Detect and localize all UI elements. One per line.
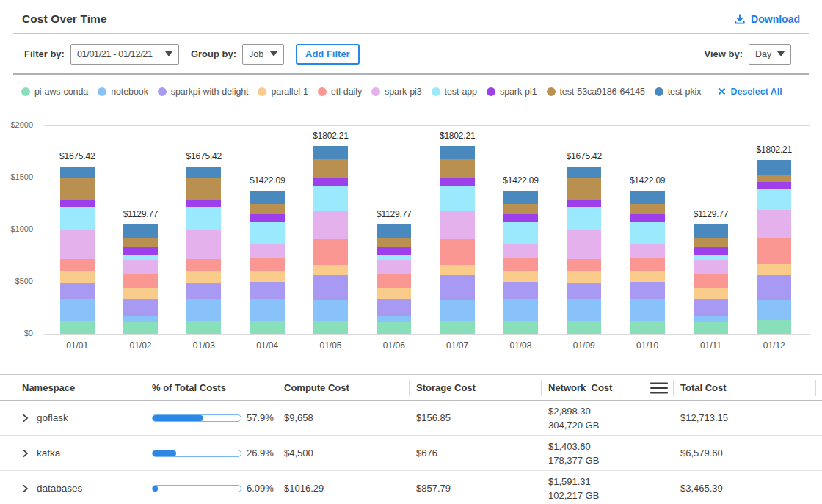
stacked-bar[interactable] (377, 224, 411, 334)
bar-segment-pi-aws-conda[interactable] (503, 321, 538, 334)
bar-segment-spark-pi1[interactable] (630, 214, 665, 222)
bar-segment-test-pkix[interactable] (377, 224, 411, 238)
bar-segment-test-pkix[interactable] (503, 191, 538, 204)
column-header[interactable]: Compute Cost (277, 375, 409, 400)
stacked-bar[interactable] (694, 224, 728, 334)
bar-segment-spark-pi1[interactable] (123, 247, 158, 255)
bar-segment-spark-pi3[interactable] (440, 211, 475, 239)
bar-segment-test-pkix[interactable] (757, 160, 791, 175)
bar-segment-sparkpi-with-delight[interactable] (630, 282, 665, 299)
stacked-bar[interactable] (757, 160, 791, 334)
bar-segment-test-53ca9186-64145[interactable] (250, 204, 285, 214)
bar-segment-test-app[interactable] (250, 222, 285, 244)
bar-segment-test-53ca9186-64145[interactable] (694, 238, 728, 247)
legend-item[interactable]: test-pkix (655, 87, 702, 97)
legend-item[interactable]: spark-pi1 (487, 87, 537, 97)
bar-segment-etl-daily[interactable] (503, 258, 538, 272)
bar-segment-spark-pi3[interactable] (186, 230, 221, 259)
bar-segment-sparkpi-with-delight[interactable] (186, 283, 221, 300)
bar-segment-notebook[interactable] (503, 299, 538, 321)
bar-segment-test-pkix[interactable] (60, 167, 95, 178)
bar-segment-test-app[interactable] (313, 186, 348, 210)
bar-segment-test-pkix[interactable] (567, 167, 601, 178)
column-settings-icon[interactable] (650, 382, 668, 394)
bar-segment-test-53ca9186-64145[interactable] (123, 238, 158, 247)
bar-segment-spark-pi1[interactable] (694, 247, 728, 255)
bar-segment-spark-pi1[interactable] (440, 178, 475, 186)
bar-segment-spark-pi3[interactable] (567, 230, 601, 259)
legend-item[interactable]: pi-aws-conda (21, 87, 88, 97)
bar-segment-spark-pi1[interactable] (757, 182, 791, 189)
chevron-right-icon[interactable] (21, 484, 29, 493)
bar-segment-pi-aws-conda[interactable] (567, 321, 601, 334)
group-by-select[interactable]: Job (242, 44, 284, 65)
bar-segment-spark-pi3[interactable] (313, 211, 348, 239)
bar-segment-spark-pi1[interactable] (503, 214, 538, 222)
legend-item[interactable]: test-app (432, 87, 477, 97)
bar-segment-parallel-1[interactable] (186, 271, 221, 283)
bar-segment-notebook[interactable] (377, 316, 411, 322)
stacked-bar[interactable] (186, 167, 221, 334)
column-header[interactable]: Storage Cost (409, 375, 541, 400)
bar-segment-test-app[interactable] (694, 255, 728, 260)
bar-segment-test-53ca9186-64145[interactable] (440, 159, 475, 179)
bar-segment-notebook[interactable] (630, 299, 665, 321)
bar-segment-spark-pi3[interactable] (123, 260, 158, 274)
bar-segment-sparkpi-with-delight[interactable] (440, 275, 475, 300)
bar-segment-sparkpi-with-delight[interactable] (503, 282, 538, 299)
bar-segment-parallel-1[interactable] (694, 288, 728, 298)
bar-segment-spark-pi3[interactable] (377, 260, 411, 274)
stacked-bar[interactable] (567, 167, 601, 334)
column-header[interactable]: % of Total Costs (145, 375, 277, 400)
bar-segment-test-53ca9186-64145[interactable] (757, 175, 791, 182)
bar-segment-spark-pi1[interactable] (377, 247, 411, 255)
bar-segment-parallel-1[interactable] (250, 271, 285, 281)
bar-segment-test-app[interactable] (440, 186, 475, 210)
bar-segment-notebook[interactable] (60, 299, 95, 320)
bar-segment-test-53ca9186-64145[interactable] (60, 178, 95, 200)
bar-segment-test-pkix[interactable] (630, 191, 665, 204)
bar-segment-test-53ca9186-64145[interactable] (567, 178, 601, 200)
chevron-right-icon[interactable] (21, 414, 29, 423)
bar-segment-test-app[interactable] (567, 207, 601, 230)
bar-segment-pi-aws-conda[interactable] (186, 321, 221, 334)
legend-item[interactable]: test-53ca9186-64145 (547, 87, 645, 97)
add-filter-button[interactable]: Add Filter (296, 44, 360, 65)
bar-segment-parallel-1[interactable] (567, 271, 601, 283)
bar-segment-pi-aws-conda[interactable] (123, 322, 158, 334)
bar-segment-sparkpi-with-delight[interactable] (694, 299, 728, 316)
bar-segment-pi-aws-conda[interactable] (440, 321, 475, 334)
bar-segment-sparkpi-with-delight[interactable] (60, 283, 95, 300)
bar-segment-sparkpi-with-delight[interactable] (377, 299, 411, 316)
bar-segment-sparkpi-with-delight[interactable] (250, 282, 285, 299)
bar-segment-pi-aws-conda[interactable] (694, 322, 728, 334)
bar-segment-pi-aws-conda[interactable] (60, 321, 95, 334)
bar-segment-etl-daily[interactable] (250, 258, 285, 272)
bar-segment-spark-pi3[interactable] (250, 244, 285, 257)
bar-segment-test-app[interactable] (377, 255, 411, 260)
bar-segment-test-app[interactable] (503, 222, 538, 244)
bar-segment-spark-pi1[interactable] (250, 214, 285, 222)
legend-item[interactable]: parallel-1 (258, 87, 308, 97)
legend-item[interactable]: notebook (98, 87, 148, 97)
bar-segment-spark-pi3[interactable] (694, 260, 728, 274)
bar-segment-test-pkix[interactable] (313, 146, 348, 158)
stacked-bar[interactable] (440, 146, 475, 334)
bar-segment-pi-aws-conda[interactable] (313, 321, 348, 334)
bar-segment-parallel-1[interactable] (440, 265, 475, 274)
date-range-select[interactable]: 01/01/21 - 01/12/21 (70, 44, 179, 65)
bar-segment-etl-daily[interactable] (567, 259, 601, 271)
stacked-bar[interactable] (503, 191, 538, 334)
bar-segment-etl-daily[interactable] (630, 258, 665, 272)
bar-segment-spark-pi3[interactable] (503, 244, 538, 257)
bar-segment-etl-daily[interactable] (757, 238, 791, 264)
bar-segment-test-pkix[interactable] (186, 167, 221, 178)
chevron-right-icon[interactable] (21, 449, 29, 458)
bar-segment-parallel-1[interactable] (123, 288, 158, 298)
bar-segment-test-53ca9186-64145[interactable] (503, 204, 538, 214)
bar-segment-etl-daily[interactable] (60, 259, 95, 271)
view-by-select[interactable]: Day (749, 44, 791, 65)
bar-segment-test-app[interactable] (630, 222, 665, 244)
bar-segment-parallel-1[interactable] (630, 271, 665, 281)
bar-segment-spark-pi3[interactable] (60, 230, 95, 259)
